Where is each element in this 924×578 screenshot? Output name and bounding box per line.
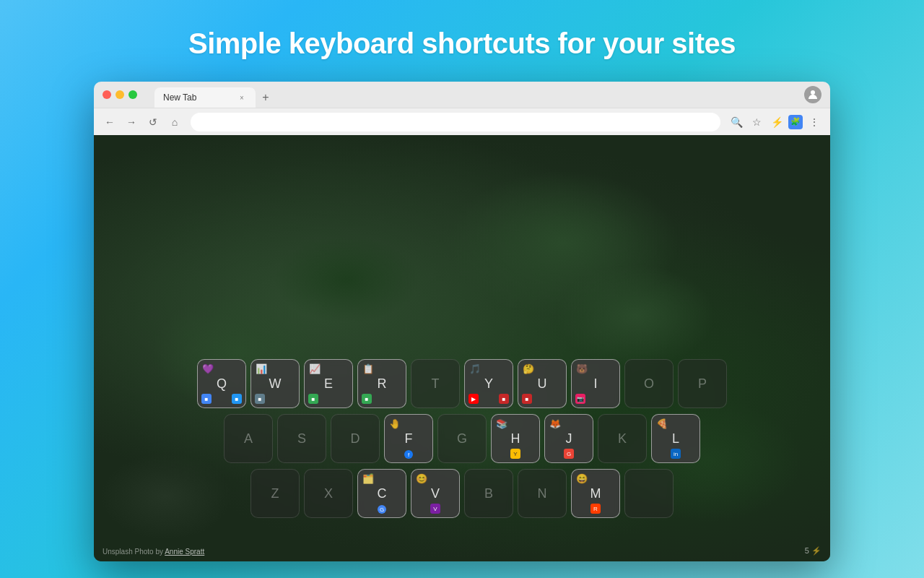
key-Q-icon-tl: 💜: [202, 363, 214, 374]
key-W-letter: W: [269, 377, 282, 390]
key-J-icon-tl: 🦊: [549, 418, 561, 429]
key-X[interactable]: X: [304, 469, 353, 518]
key-J-fav: G: [564, 449, 574, 459]
key-M-icon-tl: 😄: [576, 473, 588, 484]
keyboard-row-1: 💜 Q ■ ■ 📊 W ■ 📈 E ■ 📋 R: [197, 359, 727, 408]
key-H[interactable]: 📚 H Y: [491, 414, 540, 463]
extension-puzzle[interactable]: 🧩: [788, 115, 803, 129]
browser-toolbar: ← → ↺ ⌂ 🔍 ☆ ⚡ 🧩 ⋮: [94, 108, 830, 135]
key-R-letter: R: [378, 377, 387, 390]
key-R-fav: ■: [362, 394, 372, 404]
key-E-fav: ■: [308, 394, 318, 404]
key-L-icon-tl: 🍕: [656, 418, 668, 429]
key-F-icon-tl: 🤚: [389, 418, 401, 429]
key-I[interactable]: 🐻 I 📷: [571, 359, 620, 408]
key-V-fav: V: [430, 504, 440, 514]
key-P-letter: P: [698, 377, 707, 390]
key-K[interactable]: K: [598, 414, 647, 463]
key-L[interactable]: 🍕 L in: [651, 414, 700, 463]
forward-button[interactable]: →: [123, 113, 140, 131]
key-B[interactable]: B: [464, 469, 513, 518]
browser-window: New Tab × + ← → ↺ ⌂ 🔍 ☆ ⚡ 🧩 ⋮: [94, 82, 830, 561]
extensions-button[interactable]: ⚡: [768, 113, 785, 131]
key-C-letter: C: [378, 487, 387, 500]
key-U-letter: U: [538, 377, 547, 390]
zoom-button[interactable]: 🔍: [728, 113, 745, 131]
key-R[interactable]: 📋 R ■: [357, 359, 406, 408]
key-D-letter: D: [351, 432, 360, 445]
key-M[interactable]: 😄 M R: [571, 469, 620, 518]
key-I-fav: 📷: [575, 394, 585, 404]
active-tab[interactable]: New Tab ×: [154, 87, 256, 108]
traffic-lights: [103, 90, 137, 99]
key-C-fav: G: [378, 505, 386, 514]
key-O-letter: O: [644, 377, 654, 390]
key-O[interactable]: O: [624, 359, 674, 408]
photo-credit: Unsplash Photo by Annie Spratt: [103, 548, 204, 556]
key-Y-fav2: ■: [499, 394, 509, 404]
svg-point-0: [811, 90, 815, 95]
menu-button[interactable]: ⋮: [806, 113, 823, 131]
tab-close-button[interactable]: ×: [237, 92, 247, 103]
home-button[interactable]: ⌂: [166, 113, 183, 131]
key-E[interactable]: 📈 E ■: [304, 359, 353, 408]
key-extra[interactable]: [624, 469, 674, 518]
key-C-icon-tl: 🗂️: [362, 473, 374, 484]
key-A[interactable]: A: [224, 414, 273, 463]
close-button[interactable]: [103, 90, 111, 99]
toolbar-right: 🔍 ☆ ⚡ 🧩 ⋮: [728, 113, 823, 131]
key-F-letter: F: [405, 432, 413, 445]
minimize-button[interactable]: [116, 90, 124, 99]
key-Y-letter: Y: [484, 377, 493, 390]
key-I-letter: I: [593, 377, 597, 390]
key-T[interactable]: T: [411, 359, 460, 408]
key-W[interactable]: 📊 W ■: [250, 359, 300, 408]
reload-button[interactable]: ↺: [144, 113, 162, 131]
photo-credit-prefix: Unsplash Photo by: [103, 548, 163, 556]
key-S-letter: S: [297, 432, 306, 445]
maximize-button[interactable]: [128, 90, 137, 99]
key-H-icon-tl: 📚: [496, 418, 507, 429]
key-A-letter: A: [244, 432, 253, 445]
key-Q-fav2: ■: [232, 394, 242, 404]
key-V[interactable]: 😊 V V: [411, 469, 460, 518]
browser-content: 💜 Q ■ ■ 📊 W ■ 📈 E ■ 📋 R: [94, 135, 830, 561]
key-W-fav: ■: [255, 394, 265, 404]
key-Q[interactable]: 💜 Q ■ ■: [197, 359, 246, 408]
new-tab-button[interactable]: +: [256, 87, 276, 108]
key-P[interactable]: P: [678, 359, 727, 408]
key-S[interactable]: S: [277, 414, 326, 463]
address-bar[interactable]: [191, 113, 720, 131]
key-G-letter: G: [457, 432, 467, 445]
keyboard-row-2: A S D 🤚 F f G 📚 H: [224, 414, 700, 463]
key-X-letter: X: [324, 487, 333, 500]
key-N[interactable]: N: [518, 469, 567, 518]
key-R-icon-tl: 📋: [362, 363, 374, 374]
key-Z[interactable]: Z: [250, 469, 300, 518]
key-E-icon-tl: 📈: [309, 363, 321, 374]
profile-icon[interactable]: [804, 86, 821, 103]
key-G[interactable]: G: [437, 414, 487, 463]
key-Y-icon-tl: 🎵: [469, 363, 481, 374]
tab-title: New Tab: [163, 92, 196, 103]
bookmark-button[interactable]: ☆: [748, 113, 765, 131]
key-Y[interactable]: 🎵 Y ▶ ■: [464, 359, 513, 408]
key-C[interactable]: 🗂️ C G: [357, 469, 406, 518]
key-H-fav: Y: [510, 449, 520, 459]
key-F[interactable]: 🤚 F f: [384, 414, 433, 463]
key-M-fav: R: [590, 504, 601, 514]
key-Q-fav: ■: [201, 394, 212, 404]
key-U[interactable]: 🤔 U ■: [518, 359, 567, 408]
key-F-fav: f: [404, 450, 413, 459]
key-V-icon-tl: 😊: [416, 473, 427, 484]
back-button[interactable]: ←: [101, 113, 118, 131]
photo-credit-author-text[interactable]: Annie Spratt: [165, 548, 204, 556]
key-Y-fav: ▶: [468, 394, 479, 404]
key-M-letter: M: [590, 487, 601, 500]
key-Q-letter: Q: [217, 377, 227, 390]
key-T-letter: T: [432, 377, 440, 390]
key-W-icon-tl: 📊: [256, 363, 267, 374]
key-J[interactable]: 🦊 J G: [544, 414, 593, 463]
key-N-letter: N: [538, 487, 547, 500]
key-D[interactable]: D: [331, 414, 380, 463]
